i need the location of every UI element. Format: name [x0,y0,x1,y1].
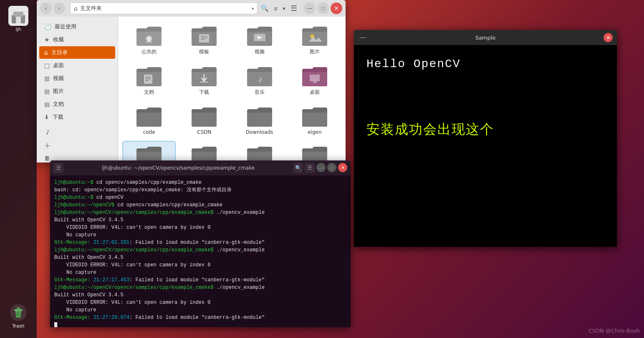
sidebar-item-videos[interactable]: ▥ 视频 [39,72,115,85]
folder-public[interactable]: 公共的 [123,22,175,59]
folder-pictures-icon [301,25,328,47]
terminal-menu-button[interactable]: ☰ [53,163,63,173]
window-close-button[interactable]: ✕ [331,3,342,14]
terminal-window: ☰ ljh@ubuntu: ~/openCV/opencv/samples/cp… [50,160,351,327]
folder-videos-name: 视频 [255,48,265,55]
terminal-close-button[interactable]: ✕ [338,163,347,172]
terminal-minimize-button[interactable]: — [316,163,326,172]
sidebar-item-add[interactable]: + [39,138,115,152]
sidebar-item-downloads[interactable]: ⬇ 下载 [39,111,115,123]
recent-icon: 🕐 [44,23,51,30]
sidebar-label-desktop: 桌面 [53,62,64,69]
sidebar-item-desktop[interactable]: □ 桌面 [39,59,115,72]
home-folder-icon [8,6,28,26]
folder-downloads2-name: Downloads [246,129,273,135]
pictures-nav-icon: ▤ [44,88,50,95]
folder-rgbd-dataset-icon [301,145,328,163]
svg-rect-7 [17,308,20,310]
sidebar-item-music[interactable]: ♪ [39,127,115,138]
folder-desktop[interactable]: 桌面 [289,62,341,99]
folder-eigen-icon [301,106,328,128]
folder-csdn[interactable]: CSDN [178,103,230,138]
folder-music-icon: ♪ [246,65,273,87]
svg-point-12 [147,37,151,41]
folder-code-name: code [143,129,155,135]
opencv-minimize-button[interactable]: — [358,33,367,42]
folder-downloads2-icon [246,106,273,128]
dock-home-label: ljh [15,27,21,32]
folder-templates[interactable]: 模板 [178,22,230,59]
sidebar-label-downloads: 下载 [53,113,63,121]
desktop-nav-icon: □ [44,62,50,69]
view-list-button[interactable]: ≡ [272,4,279,13]
sidebar-item-pictures[interactable]: ▤ 图片 [39,85,115,98]
address-dropdown-icon[interactable]: ▾ [252,6,254,11]
address-bar[interactable]: ⌂ 主文件夹 ▾ [70,3,258,14]
folder-code[interactable]: code [123,103,175,138]
folder-desktop-name: 桌面 [310,89,320,96]
folder-videos[interactable]: 视频 [234,22,285,59]
sidebar-item-home[interactable]: ⌂ 主目录 [39,46,115,59]
terminal-hamburger-button[interactable]: ☰ [305,163,315,173]
view-options-button[interactable]: ▾ [281,5,287,13]
folder-downloads[interactable]: 下载 [178,62,230,99]
opencv-close-button[interactable]: ✕ [604,33,613,42]
sidebar-label-documents: 文档 [53,100,64,108]
nav-back-button[interactable]: ‹ [40,3,52,14]
folder-templates-name: 模板 [199,48,209,55]
folder-eigen[interactable]: eigen [289,103,341,138]
window-minimize-button[interactable]: — [304,3,316,14]
sidebar-item-starred[interactable]: ★ 收藏 [39,33,115,46]
folder-orb-slam2[interactable]: ORB_SLAM2 [178,142,230,163]
sidebar-item-documents[interactable]: ▤ 文档 [39,98,115,110]
folder-documents[interactable]: 文档 [123,62,175,99]
folder-music-name: 音乐 [255,89,265,96]
folder-opencv[interactable]: openCV [123,142,175,163]
menu-button[interactable]: ☰ [289,3,299,14]
csdn-watermark: CSDN @Chris-Bosh [588,328,640,334]
dock-trash-label: Trash [12,323,24,329]
search-button[interactable]: 🔍 [259,4,270,13]
svg-rect-3 [13,12,23,17]
opencv-content: Hello OpenCV 安装成功会出现这个 [354,45,617,247]
terminal-line-12: VIDEOIO ERROR: V4L: can't open camera by… [54,261,346,269]
opencv-window: — Sample ✕ Hello OpenCV 安装成功会出现这个 [354,30,617,247]
svg-text:♪: ♪ [258,74,263,84]
folder-csdn-name: CSDN [197,129,211,135]
terminal-body[interactable]: ljh@ubuntu:~$ cd opencv/samples/cpp/exam… [50,175,351,327]
terminal-line-2: bash: cd: opencv/samples/cpp/example_cma… [54,186,346,194]
window-maximize-button[interactable]: □ [317,3,329,14]
file-manager-body: 🕐 最近使用 ★ 收藏 ⌂ 主目录 □ 桌面 ▥ 视频 ▤ 图片 [37,17,346,163]
terminal-line-13: No capture [54,269,346,276]
terminal-search-button[interactable]: 🔍 [293,163,303,173]
file-grid-container: 公共的 模板 [118,17,346,163]
folder-desktop-icon [301,65,328,87]
file-grid: 公共的 模板 [123,22,341,163]
terminal-line-10: ljh@ubuntu:~/openCV/opencv/samples/cpp/e… [54,246,346,254]
videos-nav-icon: ▥ [44,75,50,82]
folder-downloads-icon [191,65,217,87]
terminal-maximize-button[interactable]: □ [327,163,336,172]
file-manager-titlebar: ‹ › ⌂ 主文件夹 ▾ 🔍 ≡ ▾ ☰ — □ ✕ [37,0,346,17]
terminal-line-9: Gtk-Message: 21:27:02.281: Failed to loa… [54,239,346,246]
terminal-line-5: ljh@ubuntu:~/openCV/opencv/samples/cpp/e… [54,209,346,216]
folder-rgbd-dataset[interactable]: rgbd_dataset [289,142,341,163]
sidebar-label-starred: 收藏 [53,36,64,43]
folder-pictures[interactable]: 图片 [289,22,341,59]
folder-music[interactable]: ♪ 音乐 [234,62,285,99]
terminal-title: ljh@ubuntu: ~/openCV/opencv/samples/cpp/… [66,165,290,171]
starred-icon: ★ [44,36,50,43]
dock-item-home[interactable]: ljh [2,3,35,35]
nav-forward-button[interactable]: › [53,3,65,14]
home-nav-icon: ⌂ [44,49,48,56]
folder-opencv-icon [136,145,162,163]
folder-orb-slam2-icon [191,145,217,163]
terminal-line-7: VIDEOIO ERROR: V4L: can't open camera by… [54,224,346,231]
file-manager-sidebar: 🕐 最近使用 ★ 收藏 ⌂ 主目录 □ 桌面 ▥ 视频 ▤ 图片 [37,17,118,163]
address-text: 主文件夹 [80,5,102,12]
folder-downloads2[interactable]: Downloads [234,103,285,138]
sidebar-item-recent[interactable]: 🕐 最近使用 [39,20,115,33]
terminal-line-14: Gtk-Message: 21:27:17.453: Failed to loa… [54,276,346,284]
folder-pangolin[interactable]: Pangolin [234,142,285,163]
dock-item-trash[interactable]: Trash [2,300,35,331]
